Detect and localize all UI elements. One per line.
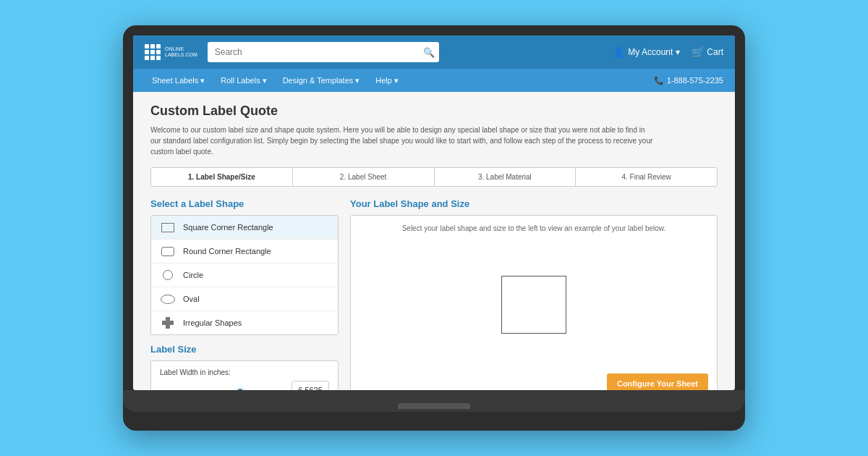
step-1[interactable]: 1. Label Shape/Size — [151, 168, 293, 186]
search-bar[interactable]: 🔍 — [208, 42, 439, 62]
step-3[interactable]: 3. Label Material — [435, 168, 576, 186]
preview-description: Select your label shape and size to the … — [359, 224, 708, 232]
shape-list: Square Corner Rectangle Round Corner Rec… — [150, 215, 339, 335]
square-corner-icon — [160, 221, 176, 233]
two-column-layout: Select a Label Shape Square Corner Recta… — [150, 198, 718, 390]
label-size-section: Label Size Label Width in inches: 6.5625 — [150, 344, 339, 390]
search-input[interactable] — [208, 42, 439, 62]
right-column: Your Label Shape and Size Select your la… — [350, 198, 718, 390]
cart-link[interactable]: 🛒 Cart — [692, 46, 723, 58]
step-2[interactable]: 2. Label Sheet — [293, 168, 435, 186]
nav-help[interactable]: Help ▾ — [368, 69, 406, 92]
page-title: Custom Label Quote — [150, 104, 718, 119]
search-button[interactable]: 🔍 — [423, 47, 435, 58]
circle-icon — [160, 269, 176, 281]
shape-item-square-corner[interactable]: Square Corner Rectangle — [151, 216, 338, 240]
nav-items: Sheet Labels ▾ Roll Labels ▾ Design & Te… — [145, 69, 654, 92]
width-row: Label Width in inches: 6.5625 — [160, 368, 329, 390]
laptop-screen: ONLINE LABELS.COM 🔍 👤 My Account ▾ 🛒 Car… — [133, 35, 735, 390]
oval-icon — [160, 293, 176, 305]
width-label: Label Width in inches: — [160, 368, 329, 376]
preview-rect-shape — [501, 276, 566, 334]
laptop-notch — [398, 403, 470, 409]
phone-icon: 📞 — [654, 76, 664, 85]
header-right: 👤 My Account ▾ 🛒 Cart — [613, 46, 723, 58]
chevron-down-icon: ▾ — [263, 76, 267, 85]
round-corner-icon — [160, 245, 176, 257]
shape-section-title: Select a Label Shape — [150, 198, 339, 209]
laptop-base — [123, 390, 745, 412]
logo-area[interactable]: ONLINE LABELS.COM — [145, 44, 197, 60]
nav-phone: 📞 1-888-575-2235 — [654, 76, 723, 85]
main-content: Custom Label Quote Welcome to our custom… — [133, 92, 735, 390]
header-top: ONLINE LABELS.COM 🔍 👤 My Account ▾ 🛒 Car… — [133, 35, 735, 69]
steps-bar: 1. Label Shape/Size 2. Label Sheet 3. La… — [150, 167, 718, 187]
logo-text: ONLINE LABELS.COM — [165, 46, 197, 57]
chevron-down-icon: ▾ — [394, 76, 399, 85]
account-chevron-icon: ▾ — [676, 47, 680, 57]
preview-section-title: Your Label Shape and Size — [350, 198, 718, 209]
nav-design-templates[interactable]: Design & Templates ▾ — [276, 69, 367, 92]
preview-canvas — [359, 241, 708, 368]
shape-item-oval[interactable]: Oval — [151, 287, 338, 311]
chevron-down-icon: ▾ — [200, 76, 205, 85]
my-account-link[interactable]: 👤 My Account ▾ — [613, 46, 680, 58]
shape-item-circle[interactable]: Circle — [151, 263, 338, 287]
width-slider-row: 6.5625 — [160, 381, 329, 390]
page-description: Welcome to our custom label size and sha… — [150, 124, 657, 157]
logo-grid-icon — [145, 44, 161, 60]
size-box: Label Width in inches: 6.5625 Label Heig… — [150, 360, 339, 390]
label-size-title: Label Size — [150, 344, 339, 355]
nav-roll-labels[interactable]: Roll Labels ▾ — [213, 69, 273, 92]
chevron-down-icon: ▾ — [355, 76, 359, 85]
width-value: 6.5625 — [292, 381, 329, 390]
shape-item-irregular[interactable]: Irregular Shapes — [151, 311, 338, 334]
shape-item-round-corner[interactable]: Round Corner Rectangle — [151, 240, 338, 263]
step-4[interactable]: 4. Final Review — [576, 168, 717, 186]
configure-sheet-button[interactable]: Configure Your Sheet — [607, 373, 708, 390]
header-nav: Sheet Labels ▾ Roll Labels ▾ Design & Te… — [133, 69, 735, 92]
irregular-icon — [160, 317, 176, 329]
preview-panel: Select your label shape and size to the … — [350, 215, 718, 390]
laptop-frame: ONLINE LABELS.COM 🔍 👤 My Account ▾ 🛒 Car… — [123, 25, 745, 431]
left-column: Select a Label Shape Square Corner Recta… — [150, 198, 339, 390]
cart-icon: 🛒 — [692, 46, 704, 58]
account-icon: 👤 — [613, 46, 625, 58]
nav-sheet-labels[interactable]: Sheet Labels ▾ — [145, 69, 212, 92]
